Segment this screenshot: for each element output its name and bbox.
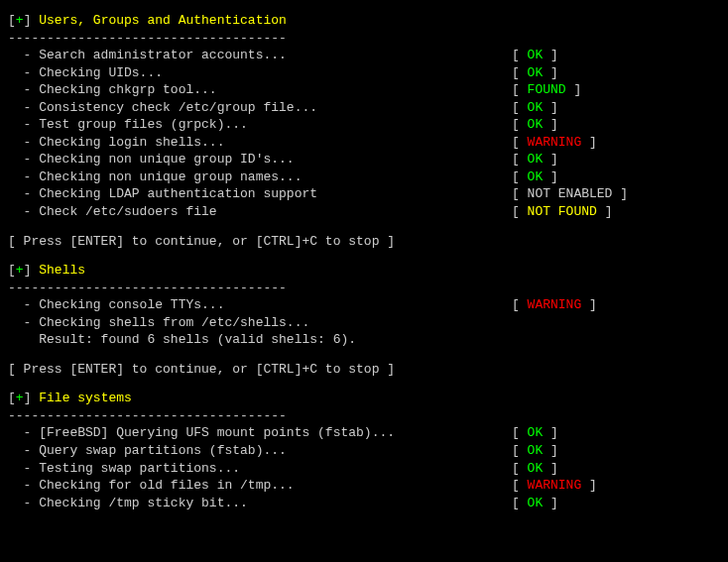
status-bracket-close: ] xyxy=(543,169,558,184)
status-bracket-close: ] xyxy=(543,48,558,62)
check-description: - Search administrator accounts... xyxy=(8,47,512,64)
section-divider: ------------------------------------ xyxy=(8,280,720,297)
check-description: - Checking console TTYs... xyxy=(8,296,512,314)
status-bracket-close: ] xyxy=(581,478,597,493)
status-bracket-open: [ xyxy=(512,297,528,312)
status-bracket-close: ] xyxy=(543,443,558,458)
check-status: [ OK ] xyxy=(512,151,558,169)
status-bracket-close: ] xyxy=(543,496,558,510)
status-bracket-open: [ xyxy=(512,65,528,80)
check-status: [ NOT ENABLED ] xyxy=(512,185,628,203)
check-description: - [FreeBSD] Querying UFS mount points (f… xyxy=(8,424,512,442)
status-value: WARNING xyxy=(528,297,582,312)
check-description: - Checking /tmp sticky bit... xyxy=(8,495,512,512)
status-value: OK xyxy=(528,152,544,167)
status-bracket-open: [ xyxy=(512,117,528,132)
section-header: [+] Shells xyxy=(8,262,720,280)
status-value: OK xyxy=(528,461,544,476)
section-title: Users, Groups and Authentication xyxy=(39,13,287,28)
check-description: Result: found 6 shells (valid shells: 6)… xyxy=(8,331,512,349)
check-line: - Testing swap partitions...[ OK ] xyxy=(8,460,720,478)
check-description: - Checking chkgrp tool... xyxy=(8,81,512,99)
bracket-close: ] xyxy=(24,391,40,405)
check-description: - Testing swap partitions... xyxy=(8,460,512,478)
bracket-close: ] xyxy=(24,13,40,28)
check-line: - Checking shells from /etc/shells... xyxy=(8,314,720,332)
status-value: OK xyxy=(528,443,544,458)
status-bracket-close: ] xyxy=(543,65,558,80)
continue-prompt[interactable]: [ Press [ENTER] to continue, or [CTRL]+C… xyxy=(8,233,720,251)
check-status: [ OK ] xyxy=(512,116,558,134)
check-line: - Checking for old files in /tmp...[ WAR… xyxy=(8,477,720,495)
check-description: - Checking for old files in /tmp... xyxy=(8,477,512,495)
status-bracket-open: [ xyxy=(512,443,528,458)
bracket-open: [ xyxy=(8,263,16,278)
check-line: Result: found 6 shells (valid shells: 6)… xyxy=(8,331,720,349)
check-status: [ FOUND ] xyxy=(512,81,581,99)
status-value: OK xyxy=(528,117,544,132)
check-line: - Checking chkgrp tool...[ FOUND ] xyxy=(8,81,720,99)
status-bracket-open: [ xyxy=(512,186,528,201)
status-bracket-close: ] xyxy=(543,117,558,132)
status-bracket-open: [ xyxy=(512,478,528,493)
check-status: [ OK ] xyxy=(512,64,558,82)
status-bracket-close: ] xyxy=(543,425,558,440)
check-line: - Check /etc/sudoers file[ NOT FOUND ] xyxy=(8,203,720,221)
check-status: [ OK ] xyxy=(512,169,558,186)
check-status: [ OK ] xyxy=(512,460,558,478)
check-description: - Check /etc/sudoers file xyxy=(8,203,512,221)
section-divider: ------------------------------------ xyxy=(8,30,720,48)
status-bracket-close: ] xyxy=(612,186,628,201)
status-bracket-open: [ xyxy=(512,496,528,510)
status-value: WARNING xyxy=(528,478,582,493)
status-bracket-open: [ xyxy=(512,425,528,440)
plus-icon: + xyxy=(16,13,24,28)
check-status: [ OK ] xyxy=(512,99,558,117)
bracket-close: ] xyxy=(24,263,40,278)
check-status: [ WARNING ] xyxy=(512,134,597,152)
plus-icon: + xyxy=(16,391,24,405)
check-line: - Consistency check /etc/group file...[ … xyxy=(8,99,720,117)
check-line: - Checking non unique group names...[ OK… xyxy=(8,169,720,186)
check-description: - Test group files (grpck)... xyxy=(8,116,512,134)
status-value: OK xyxy=(528,100,544,115)
section-header: [+] File systems xyxy=(8,390,720,407)
status-bracket-open: [ xyxy=(512,100,528,115)
check-description: - Checking shells from /etc/shells... xyxy=(8,314,512,332)
check-description: - Checking non unique group names... xyxy=(8,169,512,186)
check-line: - Checking console TTYs...[ WARNING ] xyxy=(8,296,720,314)
status-value: NOT FOUND xyxy=(528,204,597,219)
status-value: FOUND xyxy=(528,82,566,97)
check-line: - [FreeBSD] Querying UFS mount points (f… xyxy=(8,424,720,442)
check-status: [ WARNING ] xyxy=(512,296,597,314)
plus-icon: + xyxy=(16,263,24,278)
check-line: - Checking UIDs...[ OK ] xyxy=(8,64,720,82)
check-status: [ OK ] xyxy=(512,424,558,442)
status-value: NOT ENABLED xyxy=(528,186,613,201)
section-title: File systems xyxy=(39,391,132,405)
check-description: - Query swap partitions (fstab)... xyxy=(8,442,512,460)
terminal-output: [+] Users, Groups and Authentication----… xyxy=(8,12,720,511)
check-line: - Checking /tmp sticky bit...[ OK ] xyxy=(8,495,720,512)
status-bracket-open: [ xyxy=(512,82,528,97)
check-line: - Checking non unique group ID's...[ OK … xyxy=(8,151,720,169)
status-value: WARNING xyxy=(528,135,582,150)
status-value: OK xyxy=(528,65,544,80)
check-description: - Checking login shells... xyxy=(8,134,512,152)
status-bracket-close: ] xyxy=(543,461,558,476)
status-value: OK xyxy=(528,48,544,62)
status-bracket-close: ] xyxy=(581,135,597,150)
status-bracket-close: ] xyxy=(543,100,558,115)
check-description: - Checking non unique group ID's... xyxy=(8,151,512,169)
check-status: [ OK ] xyxy=(512,47,558,64)
check-line: - Query swap partitions (fstab)...[ OK ] xyxy=(8,442,720,460)
status-bracket-open: [ xyxy=(512,204,528,219)
status-bracket-close: ] xyxy=(566,82,582,97)
continue-prompt[interactable]: [ Press [ENTER] to continue, or [CTRL]+C… xyxy=(8,361,720,379)
check-line: - Search administrator accounts...[ OK ] xyxy=(8,47,720,64)
check-line: - Test group files (grpck)...[ OK ] xyxy=(8,116,720,134)
check-status: [ WARNING ] xyxy=(512,477,597,495)
status-bracket-close: ] xyxy=(597,204,613,219)
check-description: - Checking UIDs... xyxy=(8,64,512,82)
check-line: - Checking login shells...[ WARNING ] xyxy=(8,134,720,152)
